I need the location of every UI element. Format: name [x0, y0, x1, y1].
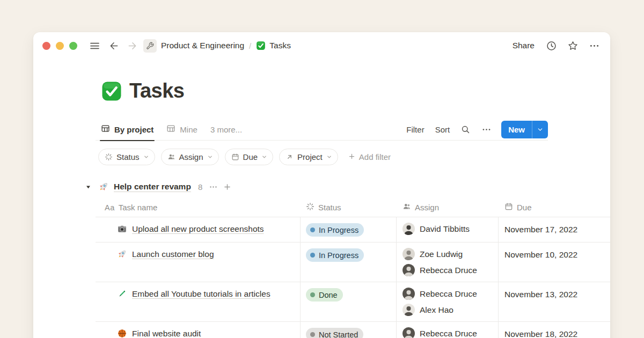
- assignee[interactable]: Zoe Ludwig: [402, 248, 498, 260]
- avatar: [402, 304, 415, 316]
- status-cell[interactable]: Done: [301, 282, 397, 321]
- workspace-wrench-icon[interactable]: [143, 39, 157, 53]
- task-name-cell[interactable]: Embed all Youtube tutorials in articles: [96, 282, 301, 321]
- filter-chip-assign[interactable]: Assign: [161, 149, 219, 165]
- assign-cell[interactable]: Rebecca Druce: [397, 322, 499, 338]
- task-name-link[interactable]: Final website audit: [132, 327, 201, 338]
- status-badge[interactable]: In Progress: [306, 223, 364, 237]
- tab-label: 3 more...: [210, 125, 242, 134]
- avatar: [402, 264, 415, 276]
- chip-label: Assign: [179, 152, 203, 161]
- assignee[interactable]: David Tibbitts: [402, 223, 498, 235]
- table-icon: [166, 124, 175, 135]
- arrow-up-right-icon: [286, 153, 294, 161]
- due-cell[interactable]: November 10, 2022: [499, 243, 610, 282]
- due-cell[interactable]: November 17, 2022: [499, 217, 610, 242]
- new-button[interactable]: New: [501, 121, 548, 138]
- camera-icon: [117, 223, 127, 234]
- hamburger-icon[interactable]: [89, 40, 100, 52]
- column-header-assign[interactable]: Assign: [397, 202, 499, 212]
- assignee[interactable]: Rebecca Druce: [402, 288, 498, 300]
- tab-label: Mine: [180, 125, 197, 134]
- status-icon: [105, 153, 113, 161]
- tab-mine[interactable]: Mine: [166, 119, 197, 141]
- status-label: Not Started: [319, 330, 358, 338]
- column-header-due[interactable]: Due: [499, 202, 610, 212]
- star-icon[interactable]: [567, 40, 579, 52]
- status-badge[interactable]: Not Started: [306, 328, 363, 338]
- group-count: 8: [198, 182, 202, 192]
- page-check-icon[interactable]: [101, 80, 122, 102]
- close-button[interactable]: [42, 42, 50, 50]
- task-name-link[interactable]: Upload all new product screenshots: [132, 223, 264, 235]
- tab-3-more-[interactable]: 3 more...: [210, 119, 242, 141]
- assign-cell[interactable]: Zoe LudwigRebecca Druce: [397, 243, 499, 282]
- chevron-down-icon: [326, 154, 332, 160]
- status-dot: [310, 332, 315, 337]
- due-date: November 10, 2022: [504, 248, 610, 261]
- group-header: Help center revamp 8: [85, 181, 548, 192]
- topbar-right-icons: [546, 40, 600, 52]
- calendar-icon: [504, 202, 513, 212]
- add-filter-button[interactable]: Add filter: [348, 152, 391, 162]
- breadcrumb-page[interactable]: Tasks: [256, 41, 291, 50]
- column-header-status[interactable]: Status: [301, 202, 397, 212]
- group-more-icon[interactable]: [209, 182, 218, 192]
- task-name-link[interactable]: Launch customer blog: [132, 248, 214, 260]
- assignee[interactable]: Alex Hao: [402, 304, 498, 316]
- column-header-task-name[interactable]: AaTask name: [96, 203, 301, 212]
- task-name-cell[interactable]: Upload all new product screenshots: [96, 217, 301, 242]
- assign-cell[interactable]: Rebecca DruceAlex Hao: [397, 282, 499, 321]
- task-name-cell[interactable]: Launch customer blog: [96, 243, 301, 282]
- breadcrumb-workspace[interactable]: Product & Engineering: [161, 41, 244, 50]
- more-icon[interactable]: [589, 40, 600, 52]
- due-date: November 17, 2022: [504, 223, 610, 236]
- assignee-name: Alex Hao: [420, 305, 453, 315]
- status-label: Done: [319, 291, 338, 299]
- filter-button[interactable]: Filter: [406, 125, 424, 134]
- task-table: AaTask nameStatusAssignDue Upload all ne…: [96, 198, 610, 338]
- view-more-icon[interactable]: [481, 124, 492, 135]
- group-name[interactable]: Help center revamp: [114, 182, 191, 192]
- tab-by-project[interactable]: By project: [101, 119, 153, 141]
- assignee-name: Zoe Ludwig: [420, 249, 463, 259]
- assignee[interactable]: Rebecca Druce: [402, 327, 498, 338]
- chevron-down-icon[interactable]: [532, 121, 548, 138]
- calendar-icon: [231, 153, 239, 161]
- assignee-name: David Tibbitts: [420, 224, 470, 234]
- assignee[interactable]: Rebecca Druce: [402, 264, 498, 276]
- zoom-button[interactable]: [69, 42, 77, 50]
- search-icon[interactable]: [460, 124, 471, 135]
- filter-chip-status[interactable]: Status: [98, 149, 155, 165]
- share-button[interactable]: Share: [513, 41, 535, 50]
- task-name-cell[interactable]: Final website audit: [96, 322, 301, 338]
- due-cell[interactable]: November 13, 2022: [499, 282, 610, 321]
- due-date: November 13, 2022: [504, 288, 610, 300]
- tab-label: By project: [114, 125, 153, 134]
- assign-cell[interactable]: David Tibbitts: [397, 217, 499, 242]
- triangle-down-icon[interactable]: [85, 183, 92, 190]
- status-dot: [310, 292, 315, 297]
- page-title[interactable]: Tasks: [129, 79, 184, 102]
- filter-chip-project[interactable]: Project: [279, 149, 338, 165]
- new-button-label[interactable]: New: [501, 121, 532, 138]
- add-filter-label: Add filter: [359, 152, 391, 161]
- due-cell[interactable]: November 18, 2022→ November 20, 2022: [499, 322, 610, 338]
- column-label: Assign: [415, 203, 439, 212]
- status-cell[interactable]: Not Started: [301, 322, 397, 338]
- status-badge[interactable]: Done: [306, 288, 343, 302]
- forward-arrow-icon[interactable]: [127, 40, 138, 52]
- back-arrow-icon[interactable]: [108, 40, 120, 52]
- minimize-button[interactable]: [56, 42, 64, 50]
- sort-button[interactable]: Sort: [435, 125, 450, 134]
- status-cell[interactable]: In Progress: [301, 243, 397, 282]
- status-dot: [310, 253, 315, 258]
- column-label: Status: [318, 203, 341, 212]
- status-badge[interactable]: In Progress: [306, 248, 364, 262]
- filter-chip-due[interactable]: Due: [225, 149, 274, 165]
- task-name-link[interactable]: Embed all Youtube tutorials in articles: [132, 288, 270, 300]
- status-cell[interactable]: In Progress: [301, 217, 397, 242]
- group-add-icon[interactable]: [223, 182, 232, 192]
- clock-icon[interactable]: [546, 40, 557, 52]
- rocket-icon: [98, 181, 109, 192]
